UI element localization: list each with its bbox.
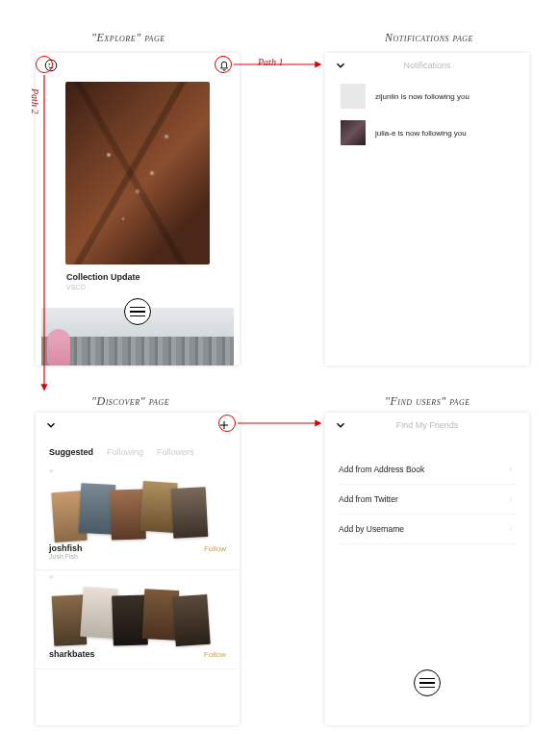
discover-screen: Suggested Following Followers × joshfish… xyxy=(36,413,240,725)
option-label: Add by Username xyxy=(339,524,404,534)
notifications-screen: Notifications zijunlin is now following … xyxy=(325,53,529,365)
back-icon[interactable] xyxy=(331,416,350,435)
follow-button[interactable]: Follow xyxy=(204,650,226,659)
avatar xyxy=(341,84,366,109)
card-title: Collection Update xyxy=(66,272,240,282)
card-source: VSCO xyxy=(66,284,240,290)
chevron-right-icon xyxy=(506,494,516,504)
option-label: Add from Twitter xyxy=(339,494,398,504)
tab-followers[interactable]: Followers xyxy=(157,447,194,457)
follow-button[interactable]: Follow xyxy=(204,544,226,553)
page-label-find: "Find users" page xyxy=(385,394,470,409)
explore-screen: Collection Update VSCO xyxy=(36,53,240,365)
chevron-right-icon xyxy=(506,465,516,474)
photo-collage[interactable] xyxy=(49,480,226,538)
chevron-right-icon xyxy=(506,524,516,534)
feature-image[interactable] xyxy=(65,82,210,265)
avatar xyxy=(341,120,366,145)
path1-label: Path 1 xyxy=(258,57,283,67)
option-label: Add from Address Book xyxy=(339,465,424,474)
tab-suggested[interactable]: Suggested xyxy=(49,447,93,457)
annotation-circle-bell xyxy=(215,56,232,73)
find-users-screen: Find My Friends Add from Address Book Ad… xyxy=(325,413,529,725)
page-label-discover: "Discover" page xyxy=(91,394,169,409)
menu-icon[interactable] xyxy=(124,298,151,325)
username[interactable]: joshfish xyxy=(49,543,83,553)
user-card: × joshfish Josh Fish Follow xyxy=(36,465,240,570)
notification-row[interactable]: julia-e is now following you xyxy=(325,114,529,151)
add-from-address-book[interactable]: Add from Address Book xyxy=(339,455,516,485)
user-card: × sharkbates Follow xyxy=(36,570,240,669)
menu-icon[interactable] xyxy=(414,669,441,696)
back-icon[interactable] xyxy=(331,56,350,75)
tab-following[interactable]: Following xyxy=(107,447,143,457)
notification-row[interactable]: zijunlin is now following you xyxy=(325,78,529,114)
notification-text: zijunlin is now following you xyxy=(375,92,469,101)
page-label-notifications: Notifications page xyxy=(385,31,473,45)
path2-label: Path 2 xyxy=(30,88,40,113)
photo-collage[interactable] xyxy=(49,586,226,643)
username[interactable]: sharkbates xyxy=(49,649,95,659)
notifications-header: Notifications xyxy=(325,61,529,70)
annotation-circle-smiley xyxy=(36,56,53,73)
close-icon[interactable]: × xyxy=(49,466,54,475)
page-label-explore: "Explore" page xyxy=(91,31,165,45)
close-icon[interactable]: × xyxy=(49,572,54,581)
user-fullname: Josh Fish xyxy=(49,553,83,560)
back-icon[interactable] xyxy=(41,416,61,435)
add-from-twitter[interactable]: Add from Twitter xyxy=(339,485,516,515)
add-by-username[interactable]: Add by Username xyxy=(339,515,516,544)
tab-bar: Suggested Following Followers xyxy=(36,438,240,465)
notification-text: julia-e is now following you xyxy=(375,129,467,138)
annotation-circle-plus xyxy=(218,415,236,432)
find-header: Find My Friends xyxy=(325,420,529,430)
